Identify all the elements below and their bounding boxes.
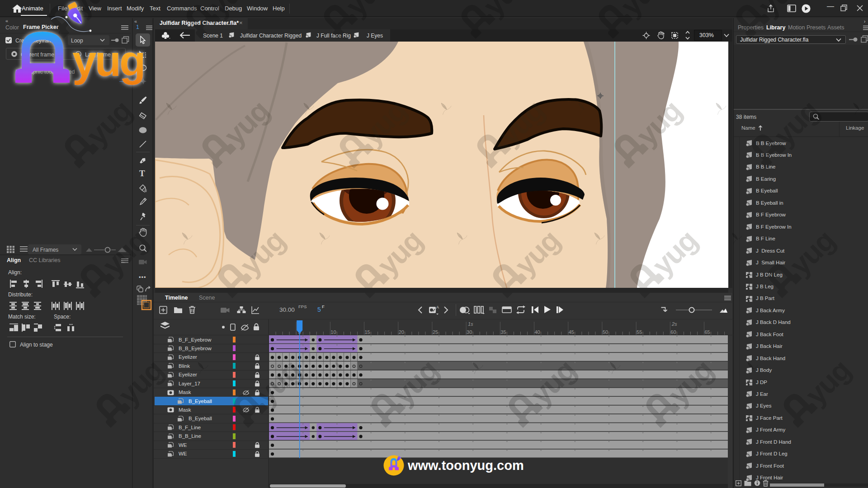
svg-text:yug: yug <box>96 224 154 282</box>
svg-text:yug: yug <box>234 224 291 282</box>
svg-text:yug: yug <box>783 224 841 282</box>
svg-text:yug: yug <box>218 94 275 152</box>
svg-text:yug: yug <box>371 224 429 282</box>
svg-text:yug: yug <box>80 94 138 152</box>
svg-text:yug: yug <box>112 354 170 411</box>
svg-text:yug: yug <box>509 224 566 282</box>
svg-text:yug: yug <box>493 94 550 152</box>
svg-text:yug: yug <box>799 354 857 411</box>
svg-text:yug: yug <box>387 354 444 411</box>
svg-text:yug: yug <box>662 354 719 411</box>
svg-text:yug: yug <box>646 224 703 282</box>
svg-text:yug: yug <box>355 94 413 152</box>
svg-text:yug: yug <box>768 94 825 152</box>
svg-text:yug: yug <box>250 354 307 411</box>
svg-text:yug: yug <box>524 354 582 411</box>
svg-text:yug: yug <box>630 94 688 152</box>
